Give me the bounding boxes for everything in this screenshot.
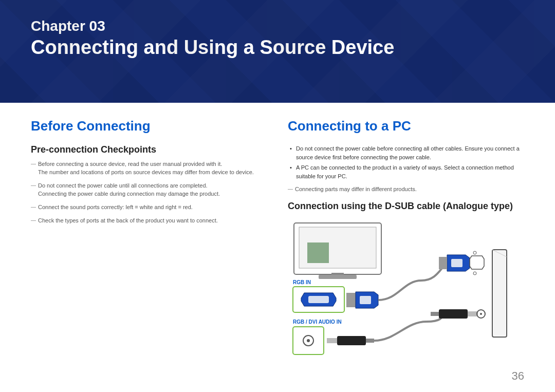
svg-rect-17 [337, 336, 366, 345]
connecting-to-pc-heading: Connecting to a PC [288, 118, 524, 134]
bullet-text: A PC can be connected to the product in … [296, 164, 442, 171]
diagram-svg [288, 219, 509, 363]
svg-rect-16 [327, 338, 337, 343]
pc-bullet: A PC can be connected to the product in … [288, 163, 524, 180]
checkpoint-item: Connect the sound ports correctly: left … [31, 203, 267, 212]
chapter-label: Chapter 03 [31, 18, 524, 34]
checkpoint-item: Do not connect the power cable until all… [31, 182, 267, 198]
svg-point-23 [480, 313, 482, 315]
svg-rect-2 [307, 242, 329, 263]
svg-point-15 [307, 339, 310, 342]
checkpoint-text: Before connecting a source device, read … [38, 161, 222, 167]
dash-text: Connecting parts may differ in different… [295, 186, 417, 192]
svg-point-12 [473, 272, 476, 275]
checkpoint-item: Check the types of ports at the back of … [31, 217, 267, 225]
rgb-audio-label: RGB / DVI AUDIO IN [293, 319, 342, 325]
checkpoint-text: Check the types of ports at the back of … [38, 217, 218, 223]
svg-rect-3 [331, 273, 344, 275]
pc-bullets: Do not connect the power cable before co… [288, 144, 524, 180]
svg-rect-7 [346, 293, 356, 307]
svg-rect-8 [360, 296, 371, 304]
svg-point-11 [473, 251, 476, 254]
svg-rect-20 [439, 309, 468, 319]
checkpoint-note: The number and locations of ports on sou… [38, 169, 267, 177]
chapter-title: Connecting and Using a Source Device [31, 36, 524, 59]
svg-rect-9 [451, 259, 462, 267]
bullet-text: Do not connect the power cable before co… [296, 145, 463, 152]
checkpoint-item: Before connecting a source device, read … [31, 160, 267, 177]
content-columns: Before Connecting Pre-connection Checkpo… [0, 103, 555, 363]
page-number: 36 [512, 369, 524, 383]
connection-diagram: RGB IN RGB / DVI AUDIO IN [288, 219, 509, 363]
left-column: Before Connecting Pre-connection Checkpo… [31, 118, 267, 363]
before-connecting-heading: Before Connecting [31, 118, 267, 134]
dsub-connection-heading: Connection using the D-SUB cable (Analog… [288, 201, 524, 212]
checkpoints-list: Before connecting a source device, read … [31, 160, 267, 225]
pc-bullet: Do not connect the power cable before co… [288, 144, 524, 161]
checkpoint-note: Connecting the power cable during connec… [38, 190, 267, 198]
rgb-in-label: RGB IN [293, 279, 311, 285]
svg-rect-25 [493, 251, 506, 336]
svg-rect-4 [319, 275, 357, 279]
svg-rect-6 [308, 296, 329, 303]
pre-connection-checkpoints: Pre-connection Checkpoints [31, 144, 267, 155]
checkpoint-text: Do not connect the power cable until all… [38, 182, 208, 189]
checkpoint-text: Connect the sound ports correctly: left … [38, 204, 193, 210]
svg-rect-19 [431, 312, 439, 316]
dash-note: Connecting parts may differ in different… [288, 185, 524, 194]
right-column: Connecting to a PC Do not connect the po… [288, 118, 524, 363]
svg-rect-18 [366, 339, 374, 343]
chapter-header: Chapter 03 Connecting and Using a Source… [0, 0, 555, 103]
svg-rect-10 [439, 257, 447, 269]
pc-dash-notes: Connecting parts may differ in different… [288, 185, 524, 194]
